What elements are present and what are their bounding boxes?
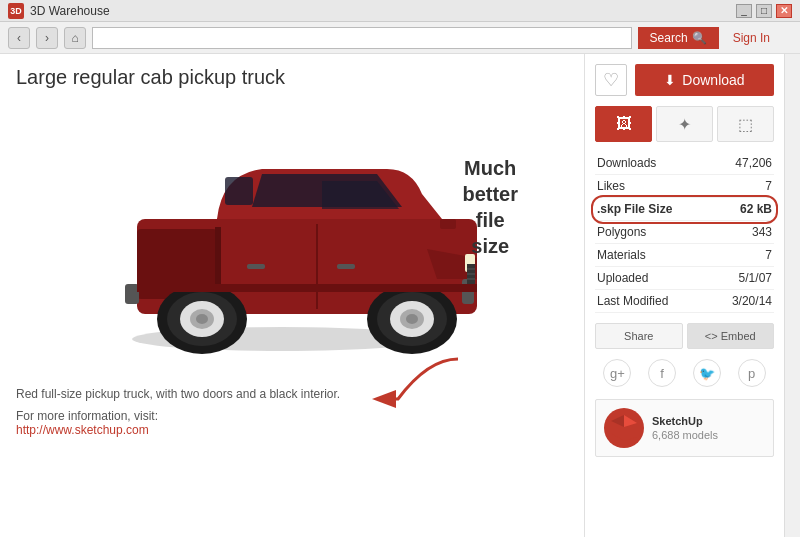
sketchup-logo-icon xyxy=(604,408,644,448)
right-panel: ♡ ⬇ Download 🖼 ✦ ⬚ Downloads 47,206 xyxy=(584,54,784,537)
sign-in-link[interactable]: Sign In xyxy=(733,31,770,45)
like-button[interactable]: ♡ xyxy=(595,64,627,96)
more-info-label: For more information, visit: xyxy=(16,409,158,423)
stat-modified-label: Last Modified xyxy=(595,290,710,313)
stat-uploaded: Uploaded 5/1/07 xyxy=(595,267,774,290)
view-tabs: 🖼 ✦ ⬚ xyxy=(595,106,774,142)
svg-point-11 xyxy=(406,314,418,324)
stat-modified: Last Modified 3/20/14 xyxy=(595,290,774,313)
stat-uploaded-value: 5/1/07 xyxy=(710,267,774,290)
page-title: Large regular cab pickup truck xyxy=(16,66,568,89)
title-bar: 3D 3D Warehouse _ □ ✕ xyxy=(0,0,800,22)
svg-rect-22 xyxy=(440,219,456,229)
social-icons: g+ f 🐦 p xyxy=(595,359,774,387)
stat-polygons-value: 343 xyxy=(710,221,774,244)
stat-downloads-value: 47,206 xyxy=(710,152,774,175)
minimize-button[interactable]: _ xyxy=(736,4,752,18)
app-title: 3D Warehouse xyxy=(30,4,736,18)
svg-rect-2 xyxy=(225,177,253,205)
download-label: Download xyxy=(682,72,744,88)
stat-likes-value: 7 xyxy=(710,175,774,198)
more-info: For more information, visit: http://www.… xyxy=(16,409,568,437)
stat-skp-filesize: .skp File Size 62 kB xyxy=(595,198,774,221)
truck-image xyxy=(107,119,477,359)
stat-materials-label: Materials xyxy=(595,244,710,267)
view3d-tab-icon: ⬚ xyxy=(738,115,753,134)
sketchup-name: SketchUp xyxy=(652,415,718,427)
svg-point-16 xyxy=(196,314,208,324)
tab-3d[interactable]: ✦ xyxy=(656,106,713,142)
3d-tab-icon: ✦ xyxy=(678,115,691,134)
stats-table: Downloads 47,206 Likes 7 .skp File Size … xyxy=(595,152,774,313)
sketchup-info: SketchUp 6,688 models xyxy=(652,415,718,441)
share-label: Share xyxy=(624,330,653,342)
left-panel: Large regular cab pickup truck xyxy=(0,54,584,537)
stat-downloads-label: Downloads xyxy=(595,152,710,175)
heart-icon: ♡ xyxy=(603,69,619,91)
pinterest-icon[interactable]: p xyxy=(738,359,766,387)
image-tab-icon: 🖼 xyxy=(616,115,632,133)
stat-polygons: Polygons 343 xyxy=(595,221,774,244)
sketchup-promo[interactable]: SketchUp 6,688 models xyxy=(595,399,774,457)
stat-likes: Likes 7 xyxy=(595,175,774,198)
home-button[interactable]: ⌂ xyxy=(64,27,86,49)
address-input[interactable] xyxy=(92,27,632,49)
stat-polygons-label: Polygons xyxy=(595,221,710,244)
stat-downloads: Downloads 47,206 xyxy=(595,152,774,175)
stat-skp-label: .skp File Size xyxy=(595,198,710,221)
annotation-arrow xyxy=(368,349,468,429)
app-icon: 3D xyxy=(8,3,24,19)
svg-rect-18 xyxy=(337,264,355,269)
embed-label: <> Embed xyxy=(705,330,756,342)
sketchup-models: 6,688 models xyxy=(652,429,718,441)
svg-rect-19 xyxy=(247,264,265,269)
share-button[interactable]: Share xyxy=(595,323,683,349)
search-button[interactable]: Search 🔍 xyxy=(638,27,719,49)
facebook-icon[interactable]: f xyxy=(648,359,676,387)
stat-uploaded-label: Uploaded xyxy=(595,267,710,290)
download-area: ♡ ⬇ Download xyxy=(595,64,774,96)
stat-materials: Materials 7 xyxy=(595,244,774,267)
scrollbar[interactable] xyxy=(784,54,800,537)
embed-button[interactable]: <> Embed xyxy=(687,323,775,349)
annotation-text: Much betterfile size xyxy=(462,155,518,259)
svg-rect-21 xyxy=(137,284,477,292)
main-content: Large regular cab pickup truck xyxy=(0,54,800,537)
tab-view3d[interactable]: ⬚ xyxy=(717,106,774,142)
close-button[interactable]: ✕ xyxy=(776,4,792,18)
download-icon: ⬇ xyxy=(664,72,676,88)
search-label: Search xyxy=(650,31,688,45)
action-buttons: Share <> Embed xyxy=(595,323,774,349)
back-button[interactable]: ‹ xyxy=(8,27,30,49)
truck-description: Red full-size pickup truck, with two doo… xyxy=(16,387,568,401)
stat-materials-value: 7 xyxy=(710,244,774,267)
maximize-button[interactable]: □ xyxy=(756,4,772,18)
download-button[interactable]: ⬇ Download xyxy=(635,64,774,96)
forward-button[interactable]: › xyxy=(36,27,58,49)
stat-likes-label: Likes xyxy=(595,175,710,198)
tab-image[interactable]: 🖼 xyxy=(595,106,652,142)
browser-toolbar: ‹ › ⌂ Search 🔍 Sign In xyxy=(0,22,800,54)
google-plus-icon[interactable]: g+ xyxy=(603,359,631,387)
window-controls: _ □ ✕ xyxy=(736,4,792,18)
stat-skp-value: 62 kB xyxy=(710,198,774,221)
svg-rect-6 xyxy=(125,284,139,304)
truck-image-area: Much betterfile size xyxy=(16,99,568,379)
stat-modified-value: 3/20/14 xyxy=(710,290,774,313)
search-icon: 🔍 xyxy=(692,31,707,45)
more-info-link[interactable]: http://www.sketchup.com xyxy=(16,423,149,437)
twitter-icon[interactable]: 🐦 xyxy=(693,359,721,387)
